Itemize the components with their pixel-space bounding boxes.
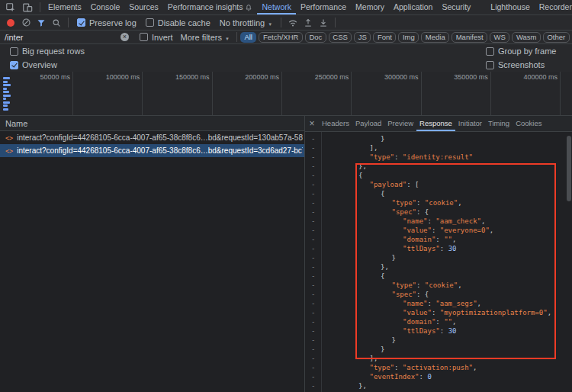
timeline-tick-label: 250000 ms [291,73,349,81]
close-detail-icon[interactable] [305,118,319,129]
tab-console[interactable]: Console [86,0,125,14]
throttling-select[interactable]: No throttling [220,18,272,27]
preserve-log-checkbox[interactable]: Preserve log [77,18,137,27]
fold-marker-icon[interactable] [311,244,315,253]
inspect-element-icon[interactable] [4,1,18,14]
fold-marker-icon[interactable] [311,272,315,281]
fold-marker-icon[interactable] [311,345,315,354]
request-name: interact?configId=44268105-6cca-4007-af6… [17,133,303,142]
name-column-header[interactable]: Name [0,116,304,131]
fold-marker-icon[interactable] [311,153,315,162]
fold-marker-icon[interactable] [311,336,315,345]
filter-chip-all[interactable]: All [240,32,257,43]
code-line: "name": "aam_check", [305,217,572,226]
fold-marker-icon[interactable] [311,235,315,244]
fold-marker-icon[interactable] [311,217,315,226]
timeline-tick-label: 400000 ms [500,73,558,81]
fold-marker-icon[interactable] [311,253,315,262]
fold-marker-icon[interactable] [311,290,315,299]
fold-marker-icon[interactable] [311,198,315,207]
network-activity-bar [3,98,6,100]
tab-recorder[interactable]: Recorder [535,0,572,14]
detail-tab-response[interactable]: Response [416,116,455,131]
group-by-frame-checkbox[interactable]: Group by frame [486,47,556,56]
overview-checkbox[interactable]: Overview [10,60,57,69]
device-toolbar-icon[interactable] [21,1,34,14]
code-line-text: { [305,272,572,281]
clear-filter-icon[interactable] [121,33,129,41]
filter-chip-ws[interactable]: WS [490,32,509,43]
fold-marker-icon[interactable] [311,317,315,326]
filter-chip-css[interactable]: CSS [329,32,352,43]
detail-tab-timing[interactable]: Timing [485,116,513,131]
search-icon[interactable] [50,16,63,30]
network-conditions-icon[interactable] [286,16,300,30]
filter-chip-fetch-xhr[interactable]: Fetch/XHR [259,32,302,43]
clear-network-log-icon[interactable] [19,16,33,30]
filter-chip-font[interactable]: Font [373,32,396,43]
tab-label: Sources [129,0,159,14]
record-network-log-button[interactable] [4,16,18,30]
big-request-rows-checkbox[interactable]: Big request rows [10,47,85,56]
fold-marker-icon[interactable] [311,326,315,336]
tab-elements[interactable]: Elements [43,0,86,14]
fold-marker-icon[interactable] [311,262,315,272]
insights-bell-icon [245,4,252,11]
filter-chip-doc[interactable]: Doc [305,32,326,43]
fold-marker-icon[interactable] [311,308,315,317]
response-body[interactable]: }],"type": "identity:result"},{"payload"… [305,132,572,392]
tab-lighthouse[interactable]: Lighthouse [486,0,534,14]
export-har-icon[interactable] [317,16,330,30]
network-options-row-2: Overview Screenshots [0,58,572,72]
fold-marker-icon[interactable] [311,207,315,217]
detail-tab-initiator[interactable]: Initiator [455,116,485,131]
filter-chip-manifest[interactable]: Manifest [451,32,487,43]
code-line: } [305,336,572,345]
scrollbar-thumb[interactable] [567,136,571,201]
request-row[interactable]: <>interact?configId=44268105-6cca-4007-a… [0,131,304,144]
filter-chip-wasm[interactable]: Wasm [512,32,541,43]
filter-chip-img[interactable]: Img [398,32,419,43]
filter-input[interactable]: /inter [5,33,121,42]
filter-chip-other[interactable]: Other [543,32,570,43]
tab-network[interactable]: Network [257,0,296,14]
network-overview-timeline[interactable]: 50000 ms100000 ms150000 ms200000 ms25000… [0,72,572,116]
tab-performance[interactable]: Performance [296,0,351,14]
fold-marker-icon[interactable] [311,162,315,171]
filter-toggle-icon[interactable] [34,16,48,30]
disable-cache-checkbox[interactable]: Disable cache [146,18,210,27]
invert-checkbox[interactable]: Invert [140,33,173,42]
fold-marker-icon[interactable] [311,381,315,390]
fold-marker-icon[interactable] [311,134,315,143]
code-line-text: "name": "aam_segs", [305,299,572,308]
fold-marker-icon[interactable] [311,363,315,372]
fold-marker-icon[interactable] [311,299,315,308]
filter-chip-media[interactable]: Media [421,32,449,43]
tab-application[interactable]: Application [389,0,437,14]
tab-security[interactable]: Security [437,0,475,14]
fold-marker-icon[interactable] [311,180,315,189]
tab-label: Performance insights [168,0,243,14]
fold-marker-icon[interactable] [311,189,315,198]
filter-chip-js[interactable]: JS [354,32,371,43]
fold-marker-icon[interactable] [311,143,315,153]
fold-marker-icon[interactable] [311,226,315,235]
fold-marker-icon[interactable] [311,171,315,180]
request-row[interactable]: <>interact?configId=44268105-6cca-4007-a… [0,144,304,157]
detail-tab-preview[interactable]: Preview [384,116,416,131]
import-har-icon[interactable] [301,16,315,30]
tab-performance-insights[interactable]: Performance insights [163,0,258,14]
fold-marker-icon[interactable] [311,354,315,363]
fold-marker-icon[interactable] [311,281,315,290]
detail-tab-headers[interactable]: Headers [319,116,352,131]
tab-memory[interactable]: Memory [351,0,389,14]
tab-sources[interactable]: Sources [124,0,163,14]
fold-marker-icon[interactable] [311,372,315,381]
screenshots-checkbox[interactable]: Screenshots [486,60,545,69]
detail-tab-cookies[interactable]: Cookies [513,116,545,131]
detail-tab-payload[interactable]: Payload [352,116,384,131]
checkbox-label: Overview [22,60,57,69]
code-line: "type": "cookie", [305,198,572,207]
more-filters-button[interactable]: More filters [181,33,230,42]
tab-label: Recorder [539,0,572,14]
